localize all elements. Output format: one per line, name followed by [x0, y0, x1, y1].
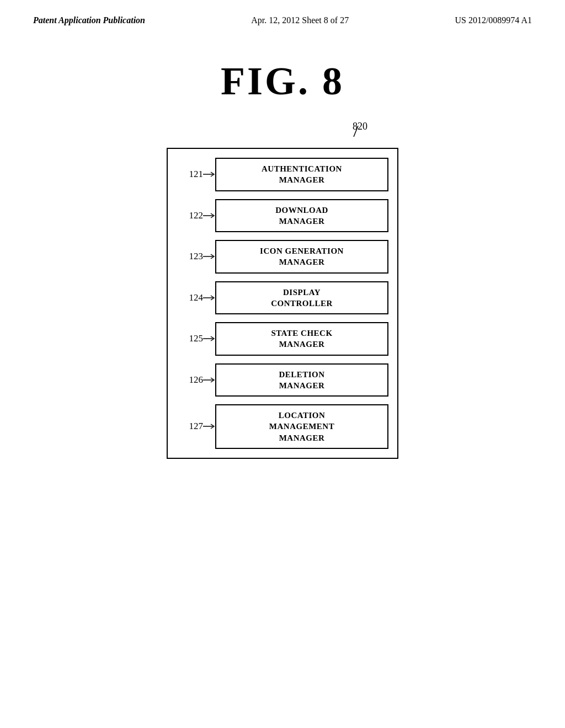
figure-title: FIG. 8 [0, 58, 565, 104]
arrow-connector [203, 422, 215, 430]
page-header: Patent Application Publication Apr. 12, … [0, 0, 565, 25]
manager-label-126: 126 [177, 374, 203, 386]
manager-row-124: 124 DISPLAYCONTROLLER [177, 281, 388, 315]
manager-box-125: STATE CHECKMANAGER [215, 322, 388, 356]
manager-label-125: 125 [177, 333, 203, 344]
manager-label-122: 122 [177, 210, 203, 221]
manager-row-123: 123 ICON GENERATIONMANAGER [177, 240, 388, 274]
manager-box-126: DELETIONMANAGER [215, 363, 388, 397]
manager-row-125: 125 STATE CHECKMANAGER [177, 322, 388, 356]
manager-label-123: 123 [177, 251, 203, 262]
arrow-connector [203, 294, 215, 302]
manager-box-122: DOWNLOADMANAGER [215, 199, 388, 233]
svg-line-0 [354, 126, 358, 137]
diagram-container: 820 121 AUTHENTICATIONMANAGER122 DOWNLOA… [167, 121, 398, 459]
manager-row-127: 127 LOCATIONMANAGEMENTMANAGER [177, 404, 388, 449]
manager-row-122: 122 DOWNLOADMANAGER [177, 199, 388, 233]
manager-label-127: 127 [177, 421, 203, 432]
arrow-connector [203, 253, 215, 260]
manager-label-121: 121 [177, 169, 203, 180]
diagram-area: 820 121 AUTHENTICATIONMANAGER122 DOWNLOA… [0, 121, 565, 459]
outer-box: 121 AUTHENTICATIONMANAGER122 DOWNLOADMAN… [167, 148, 398, 459]
manager-row-121: 121 AUTHENTICATIONMANAGER [177, 158, 388, 191]
header-publication-label: Patent Application Publication [33, 15, 145, 25]
header-patent-number: US 2012/0089974 A1 [455, 15, 532, 25]
manager-box-127: LOCATIONMANAGEMENTMANAGER [215, 404, 388, 449]
arrow-connector [203, 335, 215, 342]
manager-label-124: 124 [177, 292, 203, 303]
manager-row-126: 126 DELETIONMANAGER [177, 363, 388, 397]
arrow-connector [203, 376, 215, 384]
arrow-connector [203, 212, 215, 220]
manager-box-121: AUTHENTICATIONMANAGER [215, 158, 388, 191]
manager-box-124: DISPLAYCONTROLLER [215, 281, 388, 315]
manager-box-123: ICON GENERATIONMANAGER [215, 240, 388, 274]
arrow-connector [203, 170, 215, 178]
header-date-sheet: Apr. 12, 2012 Sheet 8 of 27 [251, 15, 349, 25]
